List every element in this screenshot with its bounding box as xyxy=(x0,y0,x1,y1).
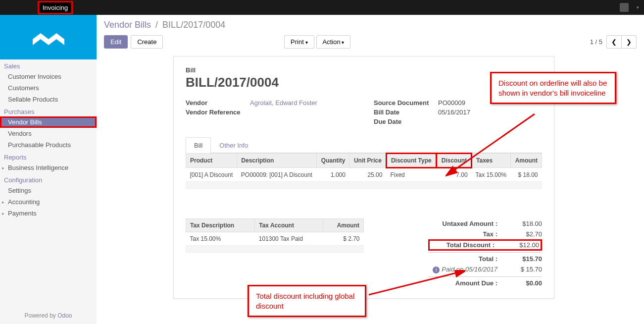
value-vendor-ref xyxy=(250,108,354,116)
value-vendor[interactable]: Agrolait, Edward Foster xyxy=(250,99,354,107)
svg-line-1 xyxy=(369,272,458,295)
cell-description: PO00009: [001] A Discount xyxy=(237,168,317,182)
print-button[interactable]: Print xyxy=(284,35,314,49)
sidebar-item-vendors[interactable]: Vendors xyxy=(0,128,97,139)
action-button[interactable]: Action xyxy=(316,35,351,49)
caret-down-icon xyxy=(304,38,308,46)
pager-text: 1 / 5 xyxy=(590,38,602,46)
col-product[interactable]: Product xyxy=(186,154,237,168)
nav-item-0[interactable] xyxy=(5,1,15,14)
cell-discount-type: Fixed xyxy=(386,168,436,182)
sidebar-item-customer-invoices[interactable]: Customer Invoices xyxy=(0,71,97,82)
nav-item-4[interactable] xyxy=(74,1,84,14)
value-total: $15.70 xyxy=(507,255,542,263)
label-tax: Tax : xyxy=(483,230,497,238)
value-tax: $2.70 xyxy=(507,230,542,238)
sidebar-item-accounting[interactable]: Accounting xyxy=(0,196,97,208)
label-due-date: Due Date xyxy=(374,118,438,125)
nav-item-1[interactable] xyxy=(16,1,26,14)
tab-bill[interactable]: Bill xyxy=(186,137,211,153)
label-source-doc: Source Document xyxy=(374,99,438,107)
toolbar: Edit Create Print Action 1 / 5 ❮ ❯ xyxy=(97,30,644,54)
pager-next-button[interactable]: ❯ xyxy=(621,35,637,49)
breadcrumb-sep: / xyxy=(153,20,160,30)
label-vendor-ref: Vendor Reference xyxy=(186,108,250,116)
user-avatar[interactable] xyxy=(620,3,629,12)
sidebar-item-payments[interactable]: Payments xyxy=(0,208,97,219)
sidebar-item-settings[interactable]: Settings xyxy=(0,185,97,196)
label-bill-date: Bill Date xyxy=(374,108,438,116)
tax-table: Tax Description Tax Account Amount Tax 1… xyxy=(186,218,364,288)
sidebar-item-customers[interactable]: Customers xyxy=(0,82,97,94)
app-logo[interactable] xyxy=(0,15,97,59)
annotation-callout-2: Total discount including global discount xyxy=(248,285,366,317)
col-tax-desc[interactable]: Tax Description xyxy=(186,219,255,232)
pager-prev-button[interactable]: ❮ xyxy=(606,35,622,49)
cell-product: [001] A Discount xyxy=(186,168,237,182)
breadcrumb-current: BILL/2017/0004 xyxy=(162,20,225,30)
odoo-link[interactable]: Odoo xyxy=(57,312,72,319)
caret-down-icon xyxy=(341,38,345,46)
sidebar-item-business-intelligence[interactable]: Business Intelligence xyxy=(0,162,97,173)
section-reports: Reports xyxy=(0,151,97,162)
navbar-right: ▾ xyxy=(620,3,639,12)
sidebar-item-sellable-products[interactable]: Sellable Products xyxy=(0,94,97,105)
nav-item-5[interactable] xyxy=(85,1,95,14)
label-total: Total : xyxy=(479,255,497,263)
bill-small-title: Bill xyxy=(186,66,542,74)
create-button[interactable]: Create xyxy=(131,35,163,49)
cell-quantity: 1.000 xyxy=(317,168,349,182)
cell-tax-desc: Tax 15.00% xyxy=(186,232,255,246)
col-tax-amount[interactable]: Amount xyxy=(323,219,364,232)
top-navbar: Invoicing ▾ xyxy=(0,0,644,15)
col-unit-price[interactable]: Unit Price xyxy=(349,154,386,168)
breadcrumb-parent[interactable]: Vendor Bills xyxy=(104,20,151,30)
lines-padding xyxy=(186,182,542,189)
svg-line-0 xyxy=(453,114,535,171)
value-total-discount: $12.00 xyxy=(504,241,539,249)
sidebar-item-purchasable-products[interactable]: Purchasable Products xyxy=(0,139,97,151)
annotation-callout-1: Discount on orderline will also be shown… xyxy=(490,72,616,104)
section-purchases: Purchases xyxy=(0,105,97,116)
cell-tax-account: 101300 Tax Paid xyxy=(255,232,323,246)
value-paid: $ 15.70 xyxy=(507,266,542,273)
cell-tax-amount: $ 2.70 xyxy=(323,232,364,246)
label-total-discount: Total Discount : xyxy=(446,241,495,249)
sidebar-item-vendor-bills[interactable]: Vendor Bills xyxy=(0,116,97,128)
tax-padding xyxy=(186,246,364,253)
value-untaxed: $18.00 xyxy=(507,220,542,227)
bill-title: BILL/2017/0004 xyxy=(186,75,542,90)
table-row[interactable]: Tax 15.00% 101300 Tax Paid $ 2.70 xyxy=(186,232,364,246)
annotation-arrow-1 xyxy=(446,109,545,178)
section-configuration: Configuration xyxy=(0,173,97,185)
sidebar-footer: Powered by Odoo xyxy=(0,307,97,324)
label-untaxed: Untaxed Amount : xyxy=(443,220,497,227)
nav-item-invoicing[interactable]: Invoicing xyxy=(38,1,73,14)
user-caret[interactable]: ▾ xyxy=(637,5,639,10)
value-amount-due: $0.00 xyxy=(507,279,542,287)
nav-item-2[interactable] xyxy=(27,1,37,14)
sidebar: Sales Customer Invoices Customers Sellab… xyxy=(0,15,97,324)
label-vendor: Vendor xyxy=(186,99,250,107)
tab-other-info[interactable]: Other Info xyxy=(211,137,256,153)
edit-button[interactable]: Edit xyxy=(104,35,128,49)
col-quantity[interactable]: Quantity xyxy=(317,154,349,168)
col-discount-type[interactable]: Discount Type xyxy=(386,154,436,168)
cell-unit-price: 25.00 xyxy=(349,168,386,182)
section-sales: Sales xyxy=(0,59,97,71)
col-description[interactable]: Description xyxy=(237,154,317,168)
breadcrumb: Vendor Bills / BILL/2017/0004 xyxy=(97,15,644,30)
annotation-arrow-2 xyxy=(366,270,465,300)
col-tax-account[interactable]: Tax Account xyxy=(255,219,323,232)
